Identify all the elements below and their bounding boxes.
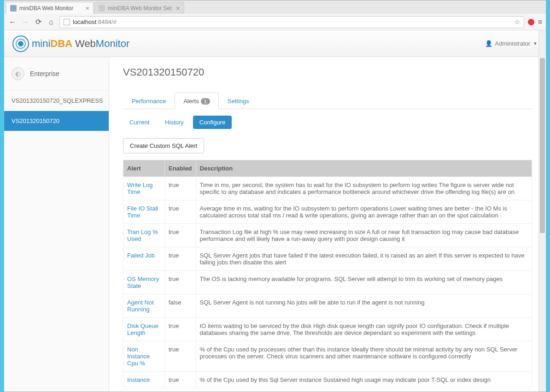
col-description: Description [196, 160, 532, 177]
page-title: VS201320150720 [123, 66, 532, 78]
alert-description: % of the Cpu used by this Sql Server ins… [196, 372, 532, 388]
table-row: OS Memory StatetrueThe OS is lacking mem… [123, 271, 532, 294]
browser-tab-inactive[interactable]: miniDBA Web Monitor Set × [94, 2, 184, 14]
extension-icon[interactable] [528, 19, 534, 25]
main-content: VS201320150720 PerformanceAlerts1Setting… [109, 57, 546, 392]
logo-icon [12, 35, 29, 52]
table-row: Write Log TimetrueTime in ms, per second… [123, 177, 532, 200]
reload-button[interactable]: ⟳ [34, 18, 43, 27]
table-row: Agent Not RunningfalseSQL Server Agent i… [123, 294, 532, 318]
vertical-scrollbar[interactable] [538, 30, 546, 392]
sidebar-item-instance[interactable]: VS201320150720_SQLEXPRESS [4, 91, 109, 111]
tab-alerts[interactable]: Alerts1 [175, 93, 218, 109]
browser-tab-title: miniDBA Web Monitor Set [108, 5, 172, 12]
alert-name-link[interactable]: Instance [123, 372, 165, 388]
sub-tabs: CurrentHistoryConfigure [123, 116, 532, 129]
app-logo[interactable]: miniDBA WebMonitor [12, 35, 129, 52]
alert-name-link[interactable]: Tran Log % Used [123, 224, 165, 247]
alert-description: IO items waiting to be serviced by the d… [196, 318, 532, 341]
alert-description: Average time in ms, waiting for the IO s… [196, 200, 532, 224]
close-icon[interactable]: × [86, 5, 89, 12]
page-icon [64, 19, 70, 25]
tab-performance[interactable]: Performance [123, 93, 175, 109]
alert-name-link[interactable]: Agent Not Running [123, 294, 165, 318]
alert-name-link[interactable]: Write Log Time [123, 177, 165, 200]
browser-toolbar: ← → ⟳ ⌂ localhost:8484/# ☆ ≡ [4, 14, 546, 30]
sidebar-root-label: Enterprise [30, 70, 59, 77]
user-label: Administrator [495, 40, 531, 47]
alert-enabled: true [165, 247, 196, 271]
table-row: Non Instance Cpu %true% of the Cpu used … [123, 341, 532, 372]
table-row: Disk Queue LengthtrueIO items waiting to… [123, 318, 532, 341]
table-row: Failed JobtrueSQL Server Agent jobs that… [123, 247, 532, 271]
alert-description: Transaction Log file at high % use may n… [196, 224, 532, 247]
alert-enabled: true [165, 372, 196, 388]
sidebar-root[interactable]: ◐ Enterprise [4, 57, 109, 91]
browser-tab-title: miniDBA Web Monitor [19, 5, 73, 12]
favicon-icon [10, 5, 17, 12]
alert-enabled: true [165, 200, 196, 224]
alert-enabled: false [165, 294, 196, 318]
url-path: :8484/# [96, 18, 116, 25]
alert-description: SQL Server Agent is not running No jobs … [196, 294, 532, 318]
subtab-history[interactable]: History [158, 116, 190, 129]
home-button[interactable]: ⌂ [47, 18, 56, 27]
address-bar[interactable]: localhost:8484/# ☆ [59, 16, 524, 28]
favicon-icon [99, 5, 105, 12]
logo-text-1: mini [32, 38, 50, 50]
menu-icon[interactable]: ≡ [538, 18, 542, 26]
close-icon[interactable]: × [176, 5, 180, 12]
sidebar-item-instance[interactable]: VS201320150720 [4, 111, 109, 131]
main-tabs: PerformanceAlerts1Settings [123, 92, 532, 109]
alert-description: The OS is lacking memory available for p… [196, 271, 532, 294]
tab-badge: 1 [201, 98, 210, 105]
app-body: ◐ Enterprise VS201320150720_SQLEXPRESSVS… [4, 57, 546, 392]
alert-description: Time in ms, per second, the system has t… [196, 177, 532, 200]
alert-name-link[interactable]: Disk Queue Length [123, 318, 165, 341]
alert-enabled: true [165, 177, 196, 200]
browser-window: miniDBA Web Monitor × miniDBA Web Monito… [4, 0, 546, 392]
alert-description: % of the Cpu used by processes other tha… [196, 341, 532, 372]
tab-label: Alerts [183, 98, 199, 105]
alerts-table: Alert Enabled Description Write Log Time… [123, 160, 532, 388]
sidebar-item-label: VS201320150720 [12, 117, 59, 124]
user-menu[interactable]: 👤 Administrator ▼ [485, 40, 538, 47]
browser-tab-active[interactable]: miniDBA Web Monitor × [6, 2, 94, 14]
tab-label: Settings [228, 98, 249, 105]
alert-name-link[interactable]: File IO Stall Time [123, 200, 165, 224]
subtab-current[interactable]: Current [123, 116, 156, 129]
chevron-down-icon: ▼ [533, 41, 538, 46]
logo-text-2: DBA [50, 38, 72, 50]
col-alert: Alert [123, 160, 165, 177]
url-host: localhost [73, 18, 96, 25]
bookmark-icon[interactable]: ☆ [514, 18, 520, 26]
table-row: Instancetrue% of the Cpu used by this Sq… [123, 372, 532, 388]
alert-description: SQL Server Agent jobs that have failed I… [196, 247, 532, 271]
alert-enabled: true [165, 224, 196, 247]
forward-button[interactable]: → [21, 18, 30, 27]
alert-enabled: true [165, 271, 196, 294]
col-enabled: Enabled [165, 160, 196, 177]
subtab-configure[interactable]: Configure [193, 116, 232, 129]
alert-enabled: true [165, 341, 196, 372]
globe-icon: ◐ [12, 67, 24, 80]
logo-text-3: Web [75, 38, 96, 50]
alert-enabled: true [165, 318, 196, 341]
browser-tab-strip: miniDBA Web Monitor × miniDBA Web Monito… [4, 0, 546, 14]
alert-name-link[interactable]: Failed Job [123, 247, 165, 271]
app-header: miniDBA WebMonitor 👤 Administrator ▼ [4, 30, 546, 57]
table-row: Tran Log % UsedtrueTransaction Log file … [123, 224, 532, 247]
scroll-thumb[interactable] [540, 58, 545, 233]
table-header-row: Alert Enabled Description [123, 160, 532, 177]
back-button[interactable]: ← [8, 18, 17, 27]
create-custom-alert-button[interactable]: Create Custom SQL Alert [123, 138, 204, 153]
sidebar-item-label: VS201320150720_SQLEXPRESS [12, 97, 103, 104]
tab-settings[interactable]: Settings [219, 93, 258, 109]
alert-name-link[interactable]: Non Instance Cpu % [123, 341, 165, 372]
user-icon: 👤 [485, 40, 492, 47]
app-root: miniDBA WebMonitor 👤 Administrator ▼ ◐ E… [4, 30, 546, 392]
table-row: File IO Stall TimetrueAverage time in ms… [123, 200, 532, 224]
viewport: miniDBA WebMonitor 👤 Administrator ▼ ◐ E… [4, 30, 546, 392]
tab-label: Performance [132, 98, 166, 105]
alert-name-link[interactable]: OS Memory State [123, 271, 165, 294]
